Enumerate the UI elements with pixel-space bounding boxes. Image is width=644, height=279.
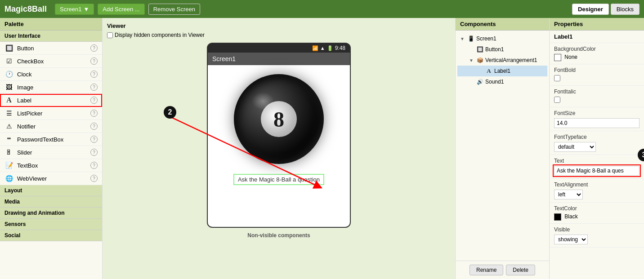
screen1-dropdown[interactable]: Screen1 ▼ [55,4,94,15]
palette-item-slider[interactable]: 🎚 Slider ? [0,146,102,159]
fontbold-checkbox[interactable] [554,75,560,81]
prop-fontbold: FontBold [550,64,644,86]
palette-item-label: WebViewer [17,175,90,182]
label-text-box[interactable]: Ask the Magic 8-Ball a question [233,174,324,185]
top-bar: Magic8Ball Screen1 ▼ Add Screen ... Remo… [0,0,644,18]
remove-screen-button[interactable]: Remove Screen [148,4,200,15]
text-input[interactable] [554,166,640,176]
prop-fontbold-label: FontBold [554,67,640,73]
checkbox-icon: ☑ [4,57,13,66]
tree-item-sound1[interactable]: 🔊 Sound1 [457,76,547,87]
components-title: Components [456,18,549,31]
prop-textcolor-label: TextColor [554,205,640,212]
palette-item-label[interactable]: A Label ? [0,94,102,107]
palette-item-notifier[interactable]: ⚠ Notifier ? [0,120,102,133]
textalignment-select[interactable]: left center right [554,190,583,199]
button-help-icon[interactable]: ? [90,44,98,52]
nonvisible-label: Non-visible components [107,232,451,239]
drawing-header[interactable]: Drawing and Animation [0,208,102,219]
passwordtextbox-icon: ** [4,135,13,144]
phone-content: 8 Ask the Magic 8-Ball a question [208,65,350,227]
mode-buttons: Designer Blocks [572,4,640,15]
phone-title-bar: Screen1 [208,53,350,65]
tree-item-label1[interactable]: A Label1 [457,66,547,76]
blocks-button[interactable]: Blocks [611,4,640,15]
tree-item-button1[interactable]: 🔲 Button1 [457,44,547,55]
prop-textalignment-label: TextAlignment [554,182,640,188]
bgcolor-text: None [564,54,577,60]
fontsize-input[interactable] [554,118,640,128]
sensors-header[interactable]: Sensors [0,219,102,230]
tree-label-label1: Label1 [494,68,510,74]
image-help-icon[interactable]: ? [90,84,98,91]
notifier-help-icon[interactable]: ? [90,123,98,130]
palette-item-image[interactable]: 🖼 Image ? [0,81,102,94]
tree-item-screen1[interactable]: ▼ 📱 Screen1 [457,33,547,44]
tree-label-button1: Button1 [485,46,504,53]
fonttypeface-select[interactable]: default serif sans serif monospace [554,142,596,152]
palette-item-listpicker[interactable]: ☰ ListPicker ? [0,107,102,120]
palette-label-text: Label [17,97,90,104]
visible-select[interactable]: showing hidden [554,235,588,244]
ball-number: 8 [273,107,284,132]
button-icon: 🔲 [4,44,13,53]
tree-label-vert1: VerticalArrangement1 [485,57,537,63]
notifier-icon: ⚠ [4,122,13,131]
prop-textalignment: TextAlignment left center right [550,179,644,203]
slider-help-icon[interactable]: ? [90,149,98,156]
prop-bgcolor-label: BackgroundColor [554,46,640,52]
social-header[interactable]: Social [0,230,102,241]
palette-title: Palette [0,18,102,31]
component-actions: Rename Delete [456,261,549,279]
status-icons: 📶 ▲ 🔋 9:48 [312,45,345,51]
component-name-row: Label1 [550,31,644,43]
tree-item-vert1[interactable]: ▼ 📦 VerticalArrangement1 [457,55,547,66]
fontitalic-checkbox[interactable] [554,97,560,103]
fonttypeface-row: default serif sans serif monospace [554,142,640,152]
palette-item-label: CheckBox [17,58,90,65]
screen1-icon: 📱 [467,35,475,43]
button1-icon: 🔲 [476,45,484,53]
palette-item-passwordtextbox[interactable]: ** PasswordTextBox ? [0,133,102,146]
palette-item-clock[interactable]: 🕐 Clock ? [0,68,102,81]
hidden-components-label: Display hidden components in Viewer [115,32,205,38]
prop-textcolor-value: Black [554,213,640,221]
component-tree: ▼ 📱 Screen1 🔲 Button1 ▼ 📦 VerticalArrang… [456,31,549,90]
sound1-icon: 🔊 [476,78,484,86]
clock-icon: 🕐 [4,70,13,79]
delete-button[interactable]: Delete [506,265,535,275]
palette-item-label: TextBox [17,162,90,169]
palette-item-checkbox[interactable]: ☑ CheckBox ? [0,55,102,68]
webviewer-help-icon[interactable]: ? [90,175,98,182]
slider-icon: 🎚 [4,148,13,157]
user-interface-header[interactable]: User Interface [0,31,102,42]
prop-textcolor: TextColor Black [550,203,644,224]
hidden-components-checkbox-row: Display hidden components in Viewer [107,32,451,38]
clock-help-icon[interactable]: ? [90,71,98,78]
label-help-icon[interactable]: ? [90,97,98,104]
checkbox-help-icon[interactable]: ? [90,58,98,65]
palette-item-webviewer[interactable]: 🌐 WebViewer ? [0,172,102,185]
listpicker-help-icon[interactable]: ? [90,110,98,117]
textalignment-row: left center right [554,190,640,199]
battery-icon: 🔋 [327,45,333,51]
prop-fontitalic-label: FontItalic [554,89,640,95]
prop-text-label: Text [554,158,640,164]
textbox-help-icon[interactable]: ? [90,162,98,169]
designer-button[interactable]: Designer [572,4,609,15]
media-header[interactable]: Media [0,196,102,208]
palette-item-button[interactable]: 🔲 Button ? [0,42,102,55]
palette-item-label: Clock [17,71,90,78]
palette-item-textbox[interactable]: 📝 TextBox ? [0,159,102,172]
components-body: ▼ 📱 Screen1 🔲 Button1 ▼ 📦 VerticalArrang… [456,31,549,261]
layout-header[interactable]: Layout [0,185,102,196]
label-icon: A [4,96,13,105]
tree-toggle-screen1: ▼ [459,36,465,41]
passwordtextbox-help-icon[interactable]: ? [90,136,98,143]
add-screen-button[interactable]: Add Screen ... [98,4,144,15]
textbox-icon: 📝 [4,161,13,170]
magic-ball: 8 [234,74,324,164]
prop-visible-label: Visible [554,226,640,233]
rename-button[interactable]: Rename [470,265,503,275]
hidden-components-checkbox[interactable] [107,32,113,38]
